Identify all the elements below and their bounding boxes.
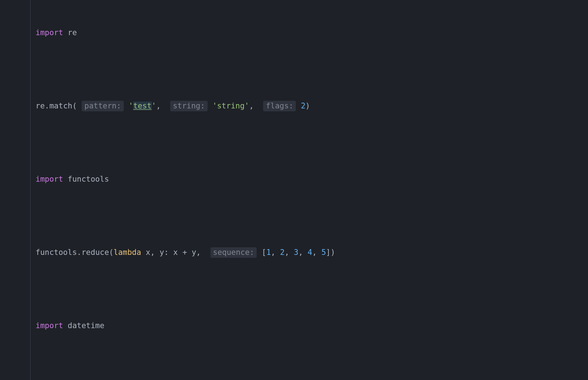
string-quote: ' (212, 102, 217, 110)
number-literal: 2 (280, 248, 285, 257)
number-literal: 5 (321, 248, 326, 257)
keyword-import: import (36, 175, 63, 183)
code-line[interactable]: functools.reduce(lambda x, y: x + y, seq… (36, 243, 588, 262)
code-line[interactable]: import functools (36, 170, 588, 189)
code-line-empty[interactable] (36, 133, 588, 152)
comma: , (156, 102, 161, 110)
code-line-empty[interactable] (36, 280, 588, 298)
identifier: functools (36, 248, 77, 257)
number-literal: 1 (266, 248, 271, 257)
comma: , (249, 102, 254, 110)
paren-close: ) (306, 102, 310, 110)
method-name: reduce (81, 248, 109, 257)
code-line[interactable]: re.match( pattern: 'test', string: 'stri… (36, 97, 588, 115)
keyword-import: import (36, 28, 63, 37)
keyword-lambda: lambda (114, 248, 141, 257)
inlay-hint-sequence: sequence: (211, 247, 257, 258)
code-line[interactable]: import re (36, 24, 588, 42)
editor-gutter (0, 0, 30, 380)
number-literal: 4 (307, 248, 312, 257)
paren-open: ( (72, 102, 77, 110)
punct: . (45, 102, 49, 110)
string-quote: ' (128, 102, 133, 110)
string-literal: test (133, 102, 152, 110)
number-literal: 3 (294, 248, 299, 257)
string-quote: ' (245, 102, 249, 110)
number-literal: 2 (301, 102, 306, 110)
keyword-import: import (36, 321, 63, 330)
code-line-empty[interactable] (36, 60, 588, 79)
string-literal: string (217, 102, 245, 110)
lambda-body: x, y: x + y (146, 248, 196, 257)
code-line[interactable]: import datetime (36, 317, 588, 335)
inlay-hint-string: string: (170, 101, 208, 111)
module-name: functools (68, 175, 109, 183)
comma: , (271, 248, 280, 257)
identifier: re (36, 102, 45, 110)
comma: , (298, 248, 307, 257)
method-name: match (49, 102, 72, 110)
comma: , (196, 248, 201, 257)
inlay-hint-pattern: pattern: (82, 101, 123, 111)
comma: , (312, 248, 321, 257)
code-editor[interactable]: import re re.match( pattern: 'test', str… (36, 5, 588, 380)
code-line-empty[interactable] (36, 353, 588, 372)
comma: , (285, 248, 294, 257)
string-quote: ' (152, 102, 156, 110)
inlay-hint-flags: flags: (263, 101, 296, 111)
module-name: re (68, 28, 77, 37)
bracket-close: ] (326, 248, 331, 257)
code-line-empty[interactable] (36, 207, 588, 225)
bracket-open: [ (262, 248, 266, 257)
paren-open: ( (109, 248, 114, 257)
module-name: datetime (68, 321, 105, 330)
punct: . (77, 248, 82, 257)
paren-close: ) (331, 248, 335, 257)
